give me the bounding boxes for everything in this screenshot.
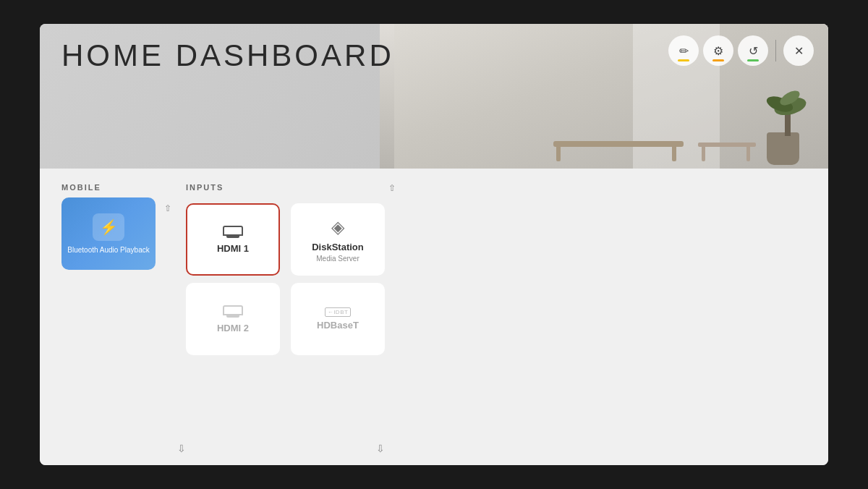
hdmi1-label: HDMI 1 xyxy=(217,243,249,254)
settings-button[interactable]: ⚙ xyxy=(703,35,733,66)
hdmi1-card[interactable]: HDMI 1 xyxy=(186,203,280,276)
edit-button[interactable]: ✏ xyxy=(668,35,699,66)
inputs-section-label: INPUTS xyxy=(186,183,224,192)
inputs-down-arrow[interactable]: ⇩ xyxy=(376,443,385,454)
hdmi2-label: HDMI 2 xyxy=(217,323,249,333)
edit-icon: ✏ xyxy=(679,44,689,58)
inputs-cards-grid: HDMI 1 ◈ DiskStation Media Server HDMI 2 xyxy=(186,203,396,355)
diskstation-icon: ◈ xyxy=(331,217,344,237)
diskstation-sublabel: Media Server xyxy=(316,255,359,263)
close-icon: ✕ xyxy=(794,44,804,58)
hdbaset-badge: ←IDBT xyxy=(325,307,352,317)
hdmi1-icon xyxy=(223,226,243,236)
inputs-up-arrow[interactable]: ⇧ xyxy=(388,183,396,193)
main-content: MOBILE ⚡ Bluetooth Audio Playback ⇧ INPU… xyxy=(40,169,828,465)
hdmi2-card[interactable]: HDMI 2 xyxy=(186,283,280,355)
sections-row: MOBILE ⚡ Bluetooth Audio Playback ⇧ INPU… xyxy=(61,183,807,451)
close-button[interactable]: ✕ xyxy=(783,35,814,66)
mobile-items: ⚡ Bluetooth Audio Playback ⇧ xyxy=(61,197,171,270)
settings-icon: ⚙ xyxy=(713,44,723,58)
hdbaset-card[interactable]: ←IDBT HDBaseT xyxy=(291,283,385,355)
bluetooth-audio-label: Bluetooth Audio Playback xyxy=(67,245,149,255)
mobile-down-arrow[interactable]: ⇩ xyxy=(177,443,186,454)
diskstation-card[interactable]: ◈ DiskStation Media Server xyxy=(291,203,385,276)
title-area: HOME DASHBOARD xyxy=(61,38,394,73)
refresh-button[interactable]: ↺ xyxy=(738,35,768,66)
mobile-up-arrow[interactable]: ⇧ xyxy=(164,197,171,213)
top-banner: HOME DASHBOARD ✏ ⚙ xyxy=(40,24,828,169)
bluetooth-audio-card[interactable]: ⚡ Bluetooth Audio Playback xyxy=(61,197,156,270)
mobile-section: MOBILE ⚡ Bluetooth Audio Playback ⇧ xyxy=(61,183,171,451)
inputs-header: INPUTS ⇧ xyxy=(186,183,396,197)
refresh-icon: ↺ xyxy=(749,44,758,58)
mobile-icon-wrapper: ⚡ xyxy=(93,213,124,241)
hdmi2-icon xyxy=(223,305,243,315)
top-controls: ✏ ⚙ ↺ ✕ xyxy=(668,35,814,66)
hdbaset-wrapper: ←IDBT HDBaseT xyxy=(317,307,359,331)
controls-divider xyxy=(775,40,776,61)
page-title: HOME DASHBOARD xyxy=(61,38,394,73)
mobile-section-label: MOBILE xyxy=(61,183,171,192)
tv-screen: HOME DASHBOARD ✏ ⚙ xyxy=(40,24,828,465)
bluetooth-icon: ⚡ xyxy=(100,218,118,236)
inputs-section: INPUTS ⇧ HDMI 1 ◈ DiskStation xyxy=(186,183,396,451)
hdbaset-label: HDBaseT xyxy=(317,320,359,331)
diskstation-label: DiskStation xyxy=(312,242,364,252)
